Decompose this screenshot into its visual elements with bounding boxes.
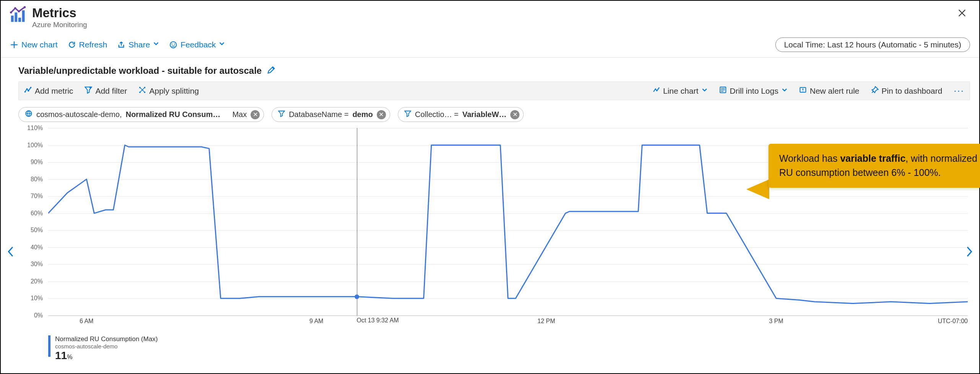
filter-icon	[404, 110, 411, 119]
legend-color-swatch	[48, 335, 50, 357]
chart-title: Variable/unpredictable workload - suitab…	[18, 65, 262, 76]
new-chart-label: New chart	[21, 40, 58, 49]
pill-scope-metric: Normalized RU Consum…	[125, 110, 220, 119]
feedback-label: Feedback	[181, 40, 216, 49]
y-axis-tick: 20%	[31, 278, 43, 285]
y-axis-tick: 70%	[31, 193, 43, 200]
timezone-label: UTC-07:00	[938, 318, 968, 325]
legend-value: 11	[55, 350, 67, 361]
new-alert-label: New alert rule	[810, 86, 860, 96]
svg-point-9	[172, 44, 173, 45]
legend-series-name: Normalized RU Consumption (Max)	[55, 335, 158, 343]
more-options-button[interactable]: ···	[954, 85, 964, 97]
callout-text-line2: RU consumption between 6% - 100%.	[779, 167, 941, 178]
page-title: Metrics	[32, 6, 87, 20]
legend-unit: %	[67, 354, 72, 360]
filter-add-icon	[85, 86, 92, 96]
chevron-down-icon	[702, 86, 708, 95]
edit-title-button[interactable]	[267, 66, 275, 76]
svg-point-4	[10, 11, 12, 14]
svg-point-8	[170, 42, 176, 48]
chevron-down-icon	[219, 39, 225, 49]
y-axis-tick: 50%	[31, 227, 43, 234]
crosshair-point	[355, 294, 359, 299]
chart-type-dropdown[interactable]: Line chart	[653, 86, 708, 96]
svg-rect-2	[18, 18, 21, 22]
smile-icon	[169, 41, 177, 49]
chart-plot[interactable]: 110%100%90%80%70%60%50%40%30%20%10%0% 6 …	[18, 128, 970, 333]
share-label: Share	[129, 40, 150, 49]
split-icon	[138, 86, 146, 96]
svg-rect-3	[22, 10, 25, 22]
legend-resource-name: cosmos-autoscale-demo	[55, 343, 158, 350]
y-axis-tick: 40%	[31, 244, 43, 251]
pin-icon	[871, 86, 879, 96]
callout-text-post: , with normalized	[905, 153, 977, 164]
close-button[interactable]	[954, 6, 970, 21]
share-button[interactable]: Share	[117, 40, 159, 49]
plus-icon	[10, 41, 18, 49]
svg-point-14	[30, 87, 32, 88]
pill-scope-prefix: cosmos-autoscale-demo,	[36, 110, 122, 119]
y-axis-tick: 110%	[27, 125, 43, 132]
metric-icon	[24, 86, 32, 96]
filter-database-pill[interactable]: DatabaseName = demo ✕	[272, 107, 390, 122]
chart-type-label: Line chart	[663, 86, 698, 96]
logs-icon	[719, 86, 727, 96]
annotation-callout: Workload has variable traffic, with norm…	[768, 144, 980, 188]
new-chart-button[interactable]: New chart	[10, 40, 58, 49]
x-axis-tick: 9 AM	[309, 318, 323, 325]
pill-filter2-val: VariableW…	[462, 110, 507, 119]
page-subtitle: Azure Monitoring	[32, 21, 87, 29]
y-axis-tick: 90%	[31, 159, 43, 166]
remove-pill-button[interactable]: ✕	[377, 110, 386, 119]
chevron-down-icon	[781, 86, 788, 95]
filter-icon	[278, 110, 285, 119]
y-axis-tick: 0%	[34, 312, 43, 319]
x-axis-tick: 3 PM	[769, 318, 783, 325]
svg-rect-0	[11, 16, 14, 22]
refresh-label: Refresh	[79, 40, 107, 49]
scope-metric-pill[interactable]: cosmos-autoscale-demo, Normalized RU Con…	[18, 107, 264, 122]
callout-text-bold: variable traffic	[840, 153, 905, 164]
y-axis-tick: 100%	[27, 142, 43, 149]
svg-rect-1	[15, 13, 17, 22]
pill-filter2-key: Collectio… =	[415, 110, 459, 119]
crosshair-line	[357, 128, 357, 315]
metrics-icon	[10, 6, 27, 23]
add-metric-button[interactable]: Add metric	[24, 86, 73, 96]
remove-pill-button[interactable]: ✕	[510, 110, 519, 119]
pill-scope-agg: Max	[232, 110, 247, 119]
pin-label: Pin to dashboard	[882, 86, 943, 96]
filter-collection-pill[interactable]: Collectio… = VariableW… ✕	[398, 107, 524, 122]
next-chart-button[interactable]	[962, 241, 977, 265]
prev-chart-button[interactable]	[3, 241, 18, 265]
svg-point-5	[14, 7, 16, 10]
feedback-button[interactable]: Feedback	[169, 40, 225, 49]
svg-point-12	[26, 88, 28, 90]
drill-logs-label: Drill into Logs	[730, 86, 778, 96]
y-axis-tick: 30%	[31, 261, 43, 268]
x-axis-tick: 12 PM	[537, 318, 555, 325]
refresh-button[interactable]: Refresh	[68, 40, 107, 49]
refresh-icon	[68, 41, 76, 49]
alert-icon	[799, 86, 807, 96]
line-chart-icon	[653, 86, 660, 96]
svg-point-10	[174, 44, 175, 45]
y-axis-tick: 10%	[31, 295, 43, 302]
y-axis-tick: 60%	[31, 210, 43, 217]
apply-splitting-button[interactable]: Apply splitting	[138, 86, 199, 96]
chevron-down-icon	[153, 39, 159, 49]
drill-logs-button[interactable]: Drill into Logs	[719, 86, 788, 96]
new-alert-rule-button[interactable]: New alert rule	[799, 86, 860, 96]
add-filter-button[interactable]: Add filter	[85, 86, 127, 96]
time-range-picker[interactable]: Local Time: Last 12 hours (Automatic - 5…	[775, 37, 970, 52]
remove-pill-button[interactable]: ✕	[251, 110, 260, 119]
callout-tail	[746, 179, 769, 199]
y-axis-tick: 80%	[31, 176, 43, 183]
apply-splitting-label: Apply splitting	[149, 86, 199, 96]
svg-point-11	[24, 91, 26, 93]
share-icon	[117, 41, 125, 49]
crosshair-time-label: Oct 13 9:32 AM	[357, 317, 399, 324]
pin-dashboard-button[interactable]: Pin to dashboard	[871, 86, 943, 96]
